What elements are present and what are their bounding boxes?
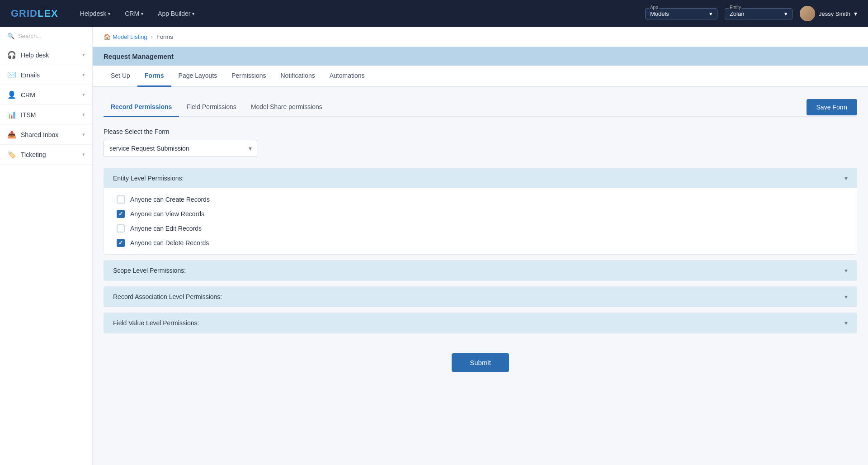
sidebar-item-helpdesk[interactable]: 🎧 Help desk ▾ <box>0 45 92 65</box>
form-select-wrapper: service Request Submission ▾ <box>104 140 257 157</box>
checkbox-edit[interactable]: Anyone can Edit Records <box>117 224 844 232</box>
app-dropdown-chevron-icon: ▾ <box>709 10 712 17</box>
record-association-header[interactable]: Record Association Level Permissions: ▾ <box>104 287 857 307</box>
content-area: Record Permissions Field Permissions Mod… <box>93 87 868 390</box>
submit-area: Submit <box>104 339 857 379</box>
home-icon: 🏠 <box>104 33 111 40</box>
itsm-expand-icon: ▾ <box>82 112 85 118</box>
perm-tab-field[interactable]: Field Permissions <box>179 98 243 117</box>
checkbox-delete[interactable]: Anyone can Delete Records <box>117 239 844 247</box>
subtabs: Set Up Forms Page Layouts Permissions No… <box>93 66 868 87</box>
user-chevron-icon: ▾ <box>854 10 857 17</box>
sidebar-item-shared-inbox[interactable]: 📥 Shared Inbox ▾ <box>0 125 92 145</box>
edit-checkbox[interactable] <box>117 224 125 232</box>
entity-level-header[interactable]: Entity Level Permissions: ▾ <box>104 168 857 188</box>
tab-automations[interactable]: Automations <box>322 66 372 87</box>
perm-tab-record[interactable]: Record Permissions <box>104 98 179 117</box>
emails-icon: ✉️ <box>7 71 16 79</box>
main-content: 🏠 Model Listing › Forms Request Manageme… <box>93 27 868 465</box>
sidebar-item-itsm[interactable]: 📊 ITSM ▾ <box>0 105 92 125</box>
crm-icon: 👤 <box>7 90 16 99</box>
breadcrumb-home[interactable]: 🏠 Model Listing <box>104 33 147 40</box>
app-dropdown[interactable]: App Models ▾ <box>645 8 717 19</box>
topnav-right: App Models ▾ Entity Zolan ▾ Jessy Smith … <box>645 6 857 21</box>
scope-level-accordion: Scope Level Permissions: ▾ <box>104 260 857 281</box>
entity-level-chevron-icon: ▾ <box>844 175 848 182</box>
logo: GRIDLEX <box>11 8 58 19</box>
tab-page-layouts[interactable]: Page Layouts <box>171 66 225 87</box>
checkbox-create[interactable]: Anyone can Create Records <box>117 195 844 204</box>
field-value-accordion: Field Value Level Permissions: ▾ <box>104 313 857 333</box>
form-select[interactable]: service Request Submission <box>104 140 257 157</box>
form-select-label: Please Select the Form <box>104 128 857 135</box>
checkbox-view[interactable]: Anyone can View Records <box>117 210 844 218</box>
sidebar-item-ticketing[interactable]: 🏷️ Ticketing ▾ <box>0 145 92 165</box>
crm-chevron-icon: ▾ <box>141 11 143 16</box>
sidebar-item-emails[interactable]: ✉️ Emails ▾ <box>0 65 92 85</box>
scope-level-chevron-icon: ▾ <box>844 267 848 274</box>
perm-tabs-row: Record Permissions Field Permissions Mod… <box>104 98 857 117</box>
app-dropdown-label: App <box>649 5 659 10</box>
sidebar-item-crm[interactable]: 👤 CRM ▾ <box>0 85 92 105</box>
nav-crm[interactable]: CRM ▾ <box>125 10 143 17</box>
breadcrumb-separator: › <box>151 33 153 40</box>
search-box[interactable]: 🔍 Search... <box>0 27 92 45</box>
entity-dropdown[interactable]: Entity Zolan ▾ <box>725 8 793 19</box>
top-navbar: GRIDLEX Helpdesk ▾ CRM ▾ App Builder ▾ A… <box>0 0 868 27</box>
record-association-chevron-icon: ▾ <box>844 293 848 300</box>
breadcrumb: 🏠 Model Listing › Forms <box>93 27 868 47</box>
perm-tab-model-share[interactable]: Model Share permissions <box>244 98 330 117</box>
record-association-accordion: Record Association Level Permissions: ▾ <box>104 286 857 307</box>
avatar <box>800 6 815 21</box>
emails-expand-icon: ▾ <box>82 72 85 78</box>
section-header: Request Management <box>93 47 868 66</box>
ticketing-icon: 🏷️ <box>7 150 16 159</box>
entity-dropdown-label: Entity <box>729 5 742 10</box>
tab-permissions[interactable]: Permissions <box>224 66 273 87</box>
field-value-header[interactable]: Field Value Level Permissions: ▾ <box>104 313 857 333</box>
ticketing-expand-icon: ▾ <box>82 152 85 157</box>
shared-inbox-expand-icon: ▾ <box>82 132 85 138</box>
nav-app-builder[interactable]: App Builder ▾ <box>158 10 194 17</box>
sidebar: 🔍 Search... 🎧 Help desk ▾ ✉️ Emails ▾ 👤 … <box>0 27 93 465</box>
entity-level-body: Anyone can Create Records Anyone can Vie… <box>104 188 857 254</box>
perm-tabs: Record Permissions Field Permissions Mod… <box>104 98 330 116</box>
itsm-icon: 📊 <box>7 110 16 119</box>
tab-notifications[interactable]: Notifications <box>273 66 322 87</box>
nav-helpdesk[interactable]: Helpdesk ▾ <box>80 10 110 17</box>
entity-dropdown-chevron-icon: ▾ <box>784 10 788 17</box>
submit-button[interactable]: Submit <box>452 353 509 372</box>
app-builder-chevron-icon: ▾ <box>192 11 194 16</box>
helpdesk-expand-icon: ▾ <box>82 52 85 58</box>
create-checkbox[interactable] <box>117 195 125 204</box>
tab-setup[interactable]: Set Up <box>104 66 137 87</box>
field-value-chevron-icon: ▾ <box>844 319 848 327</box>
tab-forms[interactable]: Forms <box>137 66 171 87</box>
view-checkbox[interactable] <box>117 210 125 218</box>
entity-level-accordion: Entity Level Permissions: ▾ Anyone can C… <box>104 168 857 255</box>
helpdesk-chevron-icon: ▾ <box>108 11 110 16</box>
user-menu[interactable]: Jessy Smith ▾ <box>800 6 857 21</box>
helpdesk-icon: 🎧 <box>7 51 16 59</box>
delete-checkbox[interactable] <box>117 239 125 247</box>
save-form-button[interactable]: Save Form <box>807 99 857 115</box>
shared-inbox-icon: 📥 <box>7 130 16 139</box>
crm-expand-icon: ▾ <box>82 92 85 98</box>
scope-level-header[interactable]: Scope Level Permissions: ▾ <box>104 261 857 280</box>
breadcrumb-current: Forms <box>156 33 173 40</box>
search-icon: 🔍 <box>7 33 14 39</box>
